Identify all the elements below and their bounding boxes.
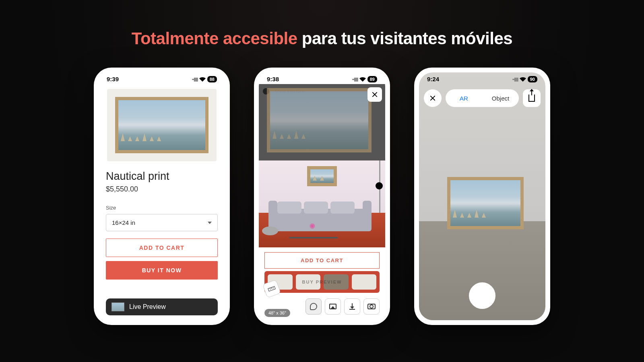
wifi-icon	[359, 77, 366, 82]
ar-segment: AR Object	[446, 89, 519, 107]
product-artwork[interactable]	[115, 97, 208, 153]
resize-handle[interactable]	[376, 182, 383, 189]
headline: Totalmente accesible para tus visitantes…	[0, 0, 644, 48]
ruler-icon	[268, 286, 276, 292]
segment-ar[interactable]: AR	[446, 91, 482, 106]
image-icon	[329, 304, 336, 309]
signal-icon: ▪▪▮▮	[192, 76, 198, 82]
room-preview[interactable]	[259, 160, 385, 247]
signal-icon: ▪▪▮▮	[512, 76, 518, 82]
buy-preview-hint: BUY PREVIEW	[302, 280, 342, 284]
image-button[interactable]	[325, 298, 341, 315]
phone-row: 9:39 ▪▪▮▮ 88 Nautical print $5,550.00 Si…	[0, 68, 644, 325]
ar-topbar: AR Object	[424, 89, 541, 107]
close-icon	[371, 90, 379, 99]
screen-ar: 9:24 ▪▪▮▮ 90 AR Object	[419, 72, 545, 320]
preview-original: Show interface	[259, 84, 385, 160]
product-image-wrap	[99, 84, 225, 166]
product-price: $5,550.00	[106, 185, 218, 193]
room-thumbnails: BUY PREVIEW	[264, 271, 380, 293]
close-button[interactable]	[424, 89, 442, 107]
room-flowers	[309, 223, 316, 237]
size-select[interactable]: 16×24 in	[106, 214, 218, 231]
room-ottoman	[262, 226, 278, 235]
battery-pill: 90	[528, 76, 537, 82]
headline-rest: para tus visitantes móviles	[297, 29, 513, 48]
phone-product: 9:39 ▪▪▮▮ 88 Nautical print $5,550.00 Si…	[94, 68, 230, 325]
statusbar: 9:39 ▪▪▮▮ 88	[99, 72, 225, 84]
close-icon	[429, 94, 437, 102]
status-time: 9:24	[427, 76, 439, 82]
size-label: Size	[106, 205, 218, 211]
close-button[interactable]	[367, 87, 382, 102]
segment-object[interactable]: Object	[482, 91, 519, 106]
buy-now-button[interactable]: BUY IT NOW	[106, 261, 218, 280]
wifi-icon	[199, 77, 206, 82]
ar-camera-feed: 9:24 ▪▪▮▮ 90 AR Object	[419, 72, 545, 320]
status-time: 9:39	[107, 76, 119, 82]
status-right: ▪▪▮▮ 90	[512, 76, 537, 82]
share-icon	[528, 95, 535, 102]
preview-artwork-top	[267, 88, 372, 152]
live-preview-bar[interactable]: Live Preview	[106, 298, 218, 315]
statusbar: 9:38 ▪▪▮▮ 89	[259, 72, 385, 84]
room-thumb[interactable]	[352, 274, 377, 290]
shutter-button[interactable]	[469, 282, 495, 309]
statusbar: 9:24 ▪▪▮▮ 90	[419, 72, 545, 84]
size-value: 16×24 in	[112, 219, 135, 226]
screen-product: 9:39 ▪▪▮▮ 88 Nautical print $5,550.00 Si…	[99, 72, 225, 320]
ar-artwork[interactable]	[447, 177, 524, 229]
status-right: ▪▪▮▮ 88	[192, 76, 217, 82]
signal-icon: ▪▪▮▮	[352, 76, 358, 82]
live-preview-label: Live Preview	[129, 303, 166, 311]
share-button[interactable]	[523, 89, 541, 107]
headline-accent: Totalmente accesible	[132, 29, 297, 48]
download-button[interactable]	[344, 298, 360, 315]
battery-pill: 89	[367, 76, 377, 82]
screen-preview: 9:38 ▪▪▮▮ 89 Show interface	[259, 72, 385, 320]
download-icon	[349, 303, 355, 310]
room-table	[289, 237, 338, 239]
chevron-down-icon	[208, 222, 212, 224]
palette-icon	[310, 303, 317, 310]
wifi-icon	[520, 77, 526, 82]
add-to-cart-button[interactable]: ADD TO CART	[264, 252, 380, 269]
camera-button[interactable]	[363, 298, 380, 315]
room-couch	[271, 209, 369, 231]
dimensions-tag: 48" x 36"	[264, 309, 290, 317]
phone-ar: 9:24 ▪▪▮▮ 90 AR Object	[414, 68, 550, 325]
phone-preview: 9:38 ▪▪▮▮ 89 Show interface	[254, 68, 390, 325]
camera-icon	[367, 304, 376, 309]
live-preview-thumb	[111, 302, 124, 311]
status-time: 9:38	[267, 76, 279, 82]
palette-button[interactable]	[305, 298, 322, 315]
product-body: Nautical print $5,550.00 Size 16×24 in A…	[99, 170, 225, 280]
product-image-bg	[107, 89, 217, 161]
artwork-on-wall[interactable]	[307, 166, 337, 186]
status-right: ▪▪▮▮ 89	[352, 76, 377, 82]
add-to-cart-button[interactable]: ADD TO CART	[106, 239, 218, 257]
battery-pill: 88	[207, 76, 217, 82]
product-title: Nautical print	[106, 170, 218, 183]
